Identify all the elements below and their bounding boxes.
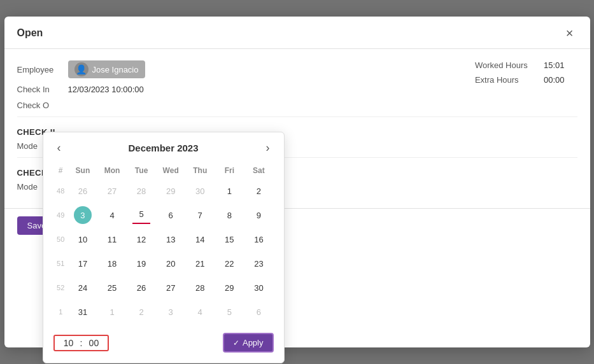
check-in-label: Check In [17, 85, 68, 94]
calendar-day[interactable]: 27 [97, 179, 127, 203]
avatar-icon: 👤 [76, 64, 87, 74]
calendar-day[interactable]: 30 [244, 276, 273, 300]
week-number: 49 [53, 203, 68, 227]
calendar-day[interactable]: 27 [156, 276, 185, 300]
week-number: 50 [53, 227, 68, 251]
week-number: 1 [53, 300, 68, 324]
fri-header: Fri [215, 164, 244, 179]
close-button[interactable]: × [562, 25, 577, 41]
calendar-day[interactable]: 16 [244, 227, 273, 251]
calendar-day[interactable]: 19 [127, 251, 156, 276]
calendar-day[interactable]: 29 [156, 179, 185, 203]
calendar-day[interactable]: 18 [97, 251, 127, 276]
calendar-week-row: 131123456 [53, 300, 274, 324]
calendar-day[interactable]: 11 [97, 227, 127, 251]
calendar-day[interactable]: 9 [244, 203, 273, 227]
calendar-day[interactable]: 30 [185, 179, 215, 203]
modal-backdrop: Open × Worked Hours 15:01 Extra Hours 00… [0, 0, 594, 364]
calendar-day[interactable]: 26 [127, 276, 156, 300]
calendar-header: ‹ December 2023 › [53, 140, 274, 156]
time-colon: : [80, 338, 83, 348]
minute-input[interactable] [85, 338, 103, 348]
calendar-popup: ‹ December 2023 › # Sun Mon Tue Wed Thu [43, 132, 285, 363]
calendar-week-row: 5117181920212223 [53, 251, 274, 276]
check-icon: ✓ [233, 339, 239, 347]
wed-header: Wed [156, 164, 185, 179]
calendar-day[interactable]: 8 [215, 203, 244, 227]
calendar-day[interactable]: 2 [127, 300, 156, 324]
calendar-day[interactable]: 22 [215, 251, 244, 276]
calendar-week-row: 5224252627282930 [53, 276, 274, 300]
apply-button[interactable]: ✓ Apply [223, 333, 274, 353]
time-input-group[interactable]: : [53, 335, 110, 351]
calendar-day[interactable]: 5 [215, 300, 244, 324]
extra-hours-value: 00:00 [544, 75, 565, 85]
check-out-label: Check O [17, 101, 68, 110]
calendar-day[interactable]: 21 [185, 251, 215, 276]
calendar-day[interactable]: 4 [97, 203, 127, 227]
calendar-day[interactable]: 23 [244, 251, 273, 276]
right-info-panel: Worked Hours 15:01 Extra Hours 00:00 [475, 60, 565, 90]
week-number: 51 [53, 251, 68, 276]
check-in-value: 12/03/2023 10:00:00 [68, 85, 144, 94]
week-number: 48 [53, 179, 68, 203]
calendar-week-row: 48262728293012 [53, 179, 274, 203]
employee-label: Employee [17, 65, 68, 74]
time-row: : ✓ Apply [53, 333, 274, 353]
calendar-month-title: December 2023 [128, 143, 198, 153]
employee-name: Jose Ignacio [92, 65, 139, 74]
sun-header: Sun [68, 164, 97, 179]
calendar-day[interactable]: 17 [68, 251, 97, 276]
modal-header: Open × [4, 17, 590, 49]
modal-dialog: Open × Worked Hours 15:01 Extra Hours 00… [4, 17, 590, 347]
calendar-day[interactable]: 1 [97, 300, 127, 324]
calendar-day[interactable]: 4 [185, 300, 215, 324]
calendar-day[interactable]: 3 [68, 203, 97, 227]
calendar-day[interactable]: 10 [68, 227, 97, 251]
calendar-day[interactable]: 3 [156, 300, 185, 324]
worked-hours-label: Worked Hours [475, 60, 539, 70]
avatar: 👤 [74, 62, 88, 76]
sat-header: Sat [244, 164, 273, 179]
calendar-day[interactable]: 2 [244, 179, 273, 203]
calendar-day[interactable]: 20 [156, 251, 185, 276]
divider-1 [17, 116, 577, 117]
calendar-day[interactable]: 5 [127, 203, 156, 227]
calendar-day[interactable]: 31 [68, 300, 97, 324]
worked-hours-value: 15:01 [544, 60, 565, 70]
calendar-day[interactable]: 15 [215, 227, 244, 251]
next-month-button[interactable]: › [262, 140, 273, 156]
calendar-grid: # Sun Mon Tue Wed Thu Fri Sat 4826272829… [53, 164, 274, 324]
hour-input[interactable] [60, 338, 78, 348]
calendar-body: 4826272829301249345678950101112131415165… [53, 179, 274, 324]
calendar-day[interactable]: 26 [68, 179, 97, 203]
calendar-day[interactable]: 29 [215, 276, 244, 300]
calendar-day[interactable]: 14 [185, 227, 215, 251]
modal-body: Worked Hours 15:01 Extra Hours 00:00 Emp… [4, 49, 590, 208]
calendar-day[interactable]: 1 [215, 179, 244, 203]
tue-header: Tue [127, 164, 156, 179]
extra-hours-row: Extra Hours 00:00 [475, 75, 565, 85]
calendar-day[interactable]: 6 [156, 203, 185, 227]
calendar-day[interactable]: 7 [185, 203, 215, 227]
thu-header: Thu [185, 164, 215, 179]
apply-label: Apply [243, 338, 264, 347]
calendar-day[interactable]: 6 [244, 300, 273, 324]
employee-badge[interactable]: 👤 Jose Ignacio [68, 60, 145, 78]
calendar-day[interactable]: 28 [185, 276, 215, 300]
calendar-week-row: 5010111213141516 [53, 227, 274, 251]
prev-month-button[interactable]: ‹ [53, 140, 65, 156]
modal-title: Open [17, 27, 43, 39]
check-out-row: Check O [17, 101, 577, 110]
calendar-day[interactable]: 25 [97, 276, 127, 300]
calendar-day[interactable]: 13 [156, 227, 185, 251]
calendar-day[interactable]: 12 [127, 227, 156, 251]
week-num-col-header: # [53, 164, 68, 179]
calendar-day[interactable]: 24 [68, 276, 97, 300]
mon-header: Mon [97, 164, 127, 179]
worked-hours-row: Worked Hours 15:01 [475, 60, 565, 70]
calendar-week-row: 493456789 [53, 203, 274, 227]
extra-hours-label: Extra Hours [475, 75, 539, 85]
calendar-header-row: # Sun Mon Tue Wed Thu Fri Sat [53, 164, 274, 179]
calendar-day[interactable]: 28 [127, 179, 156, 203]
